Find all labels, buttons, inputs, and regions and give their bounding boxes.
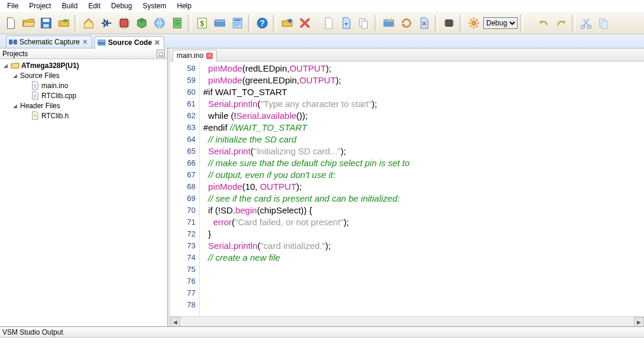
svg-rect-20 xyxy=(9,40,12,44)
tab-schematic[interactable]: Schematic Capture ✕ xyxy=(6,35,92,48)
page-icon[interactable] xyxy=(320,15,337,31)
tree-file[interactable]: c main.ino xyxy=(0,80,167,90)
dollar-icon[interactable]: $ xyxy=(194,15,210,31)
tree-file[interactable]: c RTClib.cpp xyxy=(0,90,167,101)
svg-text:h: h xyxy=(34,113,37,119)
menu-debug[interactable]: Debug xyxy=(106,1,136,11)
h-scrollbar[interactable]: ◀ ▶ xyxy=(170,316,644,326)
rebuild-icon[interactable] xyxy=(398,15,415,31)
svg-rect-11 xyxy=(235,19,241,21)
open-folder-icon[interactable] xyxy=(20,15,37,31)
tree-file[interactable]: h RTClib.h xyxy=(0,111,167,121)
tab-source[interactable]: 0101 Source Code ✕ xyxy=(95,36,164,48)
svg-rect-1 xyxy=(43,18,50,22)
svg-text:0101: 0101 xyxy=(214,21,226,26)
cut-icon[interactable] xyxy=(578,15,594,31)
page-copy-icon[interactable] xyxy=(356,15,372,31)
new-file-icon[interactable] xyxy=(2,15,19,31)
svg-text:?: ? xyxy=(260,18,265,27)
config-select[interactable]: Debug xyxy=(483,17,518,29)
svg-rect-16 xyxy=(446,20,453,26)
panel-float-icon[interactable]: ▢ xyxy=(157,50,165,57)
settings-icon[interactable] xyxy=(466,15,482,31)
close-icon[interactable]: ✕ xyxy=(154,38,160,47)
page-down-icon[interactable] xyxy=(338,15,354,31)
tab-source-label: Source Code xyxy=(108,38,152,47)
undo-icon[interactable] xyxy=(535,15,552,31)
diode-icon[interactable] xyxy=(98,15,115,31)
tree-label: Source Files xyxy=(20,72,60,80)
tree-group-header[interactable]: ◢ Header Files xyxy=(0,101,167,111)
editor-tab-label: main.ino xyxy=(177,51,203,60)
close-icon[interactable]: ✕ xyxy=(82,38,88,46)
home-icon[interactable] xyxy=(80,15,97,31)
build-icon[interactable]: 010 xyxy=(380,15,397,31)
line-gutter: 5859606162636465666768697071727374757677… xyxy=(170,61,200,316)
menu-project[interactable]: Project xyxy=(24,1,56,11)
c-file-icon: c xyxy=(31,81,40,90)
svg-point-18 xyxy=(581,25,585,28)
3d-icon[interactable] xyxy=(134,15,150,31)
output-body[interactable] xyxy=(0,338,644,363)
bom-icon[interactable] xyxy=(169,15,186,31)
tree-root[interactable]: ◢ ATmega328P(U1) xyxy=(0,60,167,70)
help-icon[interactable]: ? xyxy=(254,15,271,31)
svg-rect-3 xyxy=(121,19,128,27)
binary-icon[interactable]: 0101 xyxy=(212,15,228,31)
editor-tabs: main.ino × xyxy=(170,48,644,61)
gerber-icon[interactable] xyxy=(151,15,168,31)
svg-text:0101: 0101 xyxy=(98,41,105,45)
code-editor[interactable]: 5859606162636465666768697071727374757677… xyxy=(170,61,644,316)
svg-rect-2 xyxy=(43,24,48,27)
menu-build[interactable]: Build xyxy=(57,1,83,11)
pcb-icon[interactable] xyxy=(116,15,132,31)
editor-tab-main[interactable]: main.ino × xyxy=(173,50,217,61)
menu-edit[interactable]: Edit xyxy=(83,1,105,11)
close-icon[interactable]: × xyxy=(206,53,213,59)
document-tabs: Schematic Capture ✕ 0101 Source Code ✕ xyxy=(0,34,644,48)
delete-icon[interactable] xyxy=(297,15,313,31)
tree-label: main.ino xyxy=(41,82,68,90)
output-panel: VSM Studio Output xyxy=(0,326,644,363)
svg-text:c: c xyxy=(34,83,36,89)
folder-open-icon xyxy=(11,61,19,70)
tree-label: RTClib.cpp xyxy=(41,92,76,100)
tree-group-source[interactable]: ◢ Source Files xyxy=(0,70,167,80)
add-folder-icon[interactable] xyxy=(279,15,295,31)
svg-rect-5 xyxy=(174,18,181,28)
redo-icon[interactable] xyxy=(553,15,570,31)
tree-label: ATmega328P(U1) xyxy=(21,61,79,70)
tree-label: RTClib.h xyxy=(41,112,69,120)
copy-icon[interactable] xyxy=(596,15,612,31)
chip-icon[interactable] xyxy=(441,15,457,31)
menu-help[interactable]: Help xyxy=(172,1,196,11)
svg-text:$: $ xyxy=(200,19,204,27)
c-file-icon: c xyxy=(31,91,40,100)
svg-rect-21 xyxy=(14,40,17,44)
clean-icon[interactable] xyxy=(416,15,432,31)
svg-point-17 xyxy=(471,21,476,25)
scroll-right-icon[interactable]: ▶ xyxy=(634,317,644,327)
menu-bar: File Project Build Edit Debug System Hel… xyxy=(0,0,644,12)
source-icon: 0101 xyxy=(97,38,106,47)
toolbar: $ 0101 ? 010 Debug xyxy=(0,12,644,34)
schematic-icon xyxy=(9,38,17,46)
h-file-icon: h xyxy=(31,111,40,120)
save-icon[interactable] xyxy=(38,15,54,31)
menu-file[interactable]: File xyxy=(2,1,23,11)
tree-label: Header Files xyxy=(20,102,60,110)
panel-title: Projects xyxy=(2,50,28,58)
output-title: VSM Studio Output xyxy=(2,328,63,336)
svg-text:c: c xyxy=(34,93,36,99)
code-area[interactable]: pinMode(redLEDpin,OUTPUT); pinMode(green… xyxy=(200,61,644,316)
form-icon[interactable] xyxy=(229,15,246,31)
menu-system[interactable]: System xyxy=(138,1,171,11)
svg-point-19 xyxy=(588,25,591,28)
import-icon[interactable] xyxy=(56,15,72,31)
tab-schematic-label: Schematic Capture xyxy=(19,38,80,46)
project-tree[interactable]: ◢ ATmega328P(U1) ◢ Source Files c main.i… xyxy=(0,59,167,326)
svg-text:010: 010 xyxy=(385,21,393,26)
projects-panel: Projects ▢ ◢ ATmega328P(U1) ◢ Source Fil… xyxy=(0,48,168,326)
scroll-left-icon[interactable]: ◀ xyxy=(170,317,180,327)
